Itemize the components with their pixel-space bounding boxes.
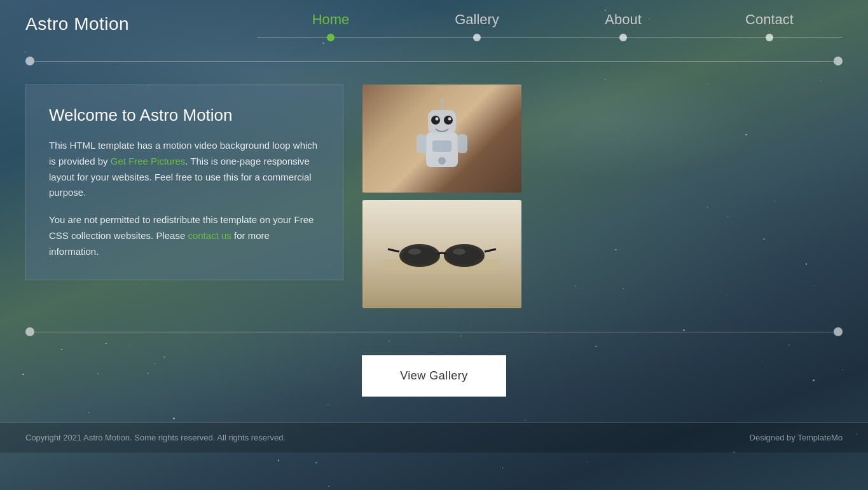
svg-line-17	[485, 249, 496, 252]
main-heading: Welcome to Astro Motion	[49, 105, 320, 125]
svg-point-20	[453, 248, 465, 255]
nav-link-gallery[interactable]: Gallery	[455, 11, 499, 34]
nav-link-home[interactable]: Home	[312, 11, 350, 34]
svg-rect-12	[385, 259, 499, 273]
view-gallery-button[interactable]: View Gallery	[362, 355, 506, 397]
get-free-pictures-link[interactable]: Get Free Pictures	[111, 156, 186, 167]
main-content: Welcome to Astro Motion This HTML templa…	[0, 85, 868, 308]
nav-link-about[interactable]: About	[605, 11, 642, 34]
nav-line-gallery	[404, 37, 550, 37]
nav-dot-contact	[766, 34, 773, 41]
nav-link-contact[interactable]: Contact	[745, 11, 794, 34]
robot-image	[362, 85, 521, 193]
nav-item-gallery[interactable]: Gallery	[404, 11, 550, 37]
nav-line-home	[258, 37, 404, 37]
svg-line-18	[388, 249, 399, 252]
svg-point-9	[440, 99, 444, 103]
top-divider	[0, 57, 868, 65]
robot-svg	[410, 97, 474, 180]
images-column	[362, 85, 521, 308]
bottom-divider	[0, 327, 868, 336]
content-row: Welcome to Astro Motion This HTML templa…	[25, 85, 843, 308]
svg-point-2	[431, 116, 440, 125]
para2-start: You are not permitted to redistribute th…	[49, 214, 313, 241]
site-title: Astro Motion	[25, 11, 129, 34]
glasses-svg	[385, 235, 499, 273]
nav-dot-gallery	[473, 34, 481, 41]
nav-list: Home Gallery About Contact	[258, 11, 843, 37]
footer: Copyright 2021 Astro Motion. Some rights…	[0, 422, 868, 453]
contact-us-link[interactable]: contact us	[188, 230, 231, 241]
h-dot-left-bottom	[25, 327, 34, 336]
nav-item-contact[interactable]: Contact	[696, 11, 843, 37]
svg-point-14	[403, 247, 437, 264]
h-dot-right-bottom	[834, 327, 843, 336]
h-line-bottom	[34, 332, 834, 332]
nav-dot-about	[619, 34, 627, 41]
h-dot-left-top	[25, 57, 34, 65]
svg-rect-6	[432, 140, 451, 152]
svg-rect-11	[457, 134, 467, 153]
svg-point-5	[448, 118, 451, 121]
main-nav: Home Gallery About Contact	[129, 11, 843, 37]
h-dot-right-top	[834, 57, 843, 65]
h-line-top	[34, 61, 834, 62]
svg-point-4	[436, 118, 439, 121]
gallery-section: View Gallery	[0, 349, 868, 422]
paragraph-1: This HTML template has a motion video ba…	[49, 138, 320, 201]
svg-point-16	[447, 247, 481, 264]
header: Astro Motion Home Gallery About	[0, 0, 868, 37]
footer-copyright: Copyright 2021 Astro Motion. Some rights…	[25, 433, 286, 442]
nav-dot-home	[327, 34, 334, 41]
paragraph-2: You are not permitted to redistribute th…	[49, 212, 320, 259]
svg-point-7	[438, 157, 446, 165]
nav-line-about	[550, 37, 696, 37]
svg-point-19	[408, 248, 421, 255]
nav-item-home[interactable]: Home	[258, 11, 404, 37]
text-card: Welcome to Astro Motion This HTML templa…	[25, 85, 343, 280]
svg-point-3	[444, 116, 453, 125]
nav-line-contact	[696, 37, 843, 37]
footer-design-credit: Designed by TemplateMo	[750, 433, 843, 442]
glasses-image	[362, 200, 521, 308]
svg-rect-10	[417, 134, 427, 153]
nav-item-about[interactable]: About	[550, 11, 696, 37]
